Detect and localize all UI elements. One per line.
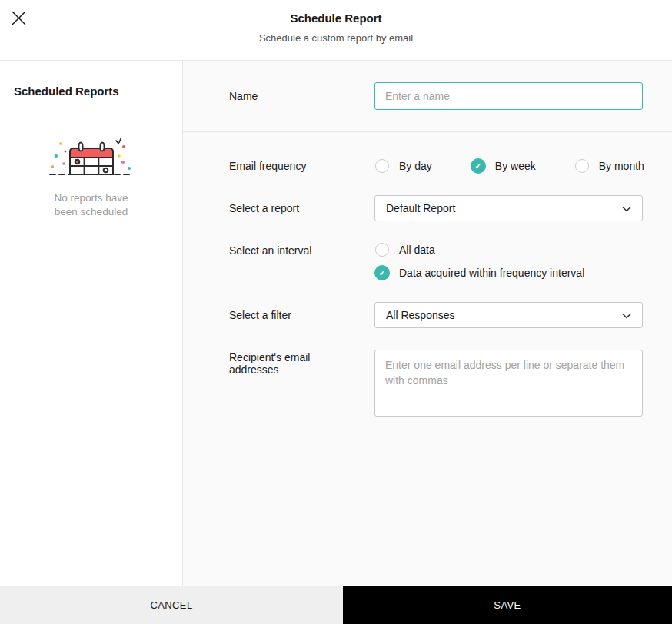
radio-unchecked-icon bbox=[375, 243, 389, 257]
report-row: Select a report Default Report bbox=[229, 195, 672, 221]
radio-by-day[interactable]: By day bbox=[374, 159, 432, 173]
email-frequency-label: Email frequency bbox=[229, 160, 374, 172]
form-section: Email frequency By day ✓ By week By mo bbox=[183, 132, 672, 417]
dialog-footer: CANCEL SAVE bbox=[0, 586, 672, 624]
page-subtitle: Schedule a custom report by email bbox=[0, 32, 672, 44]
radio-checked-icon: ✓ bbox=[471, 158, 486, 174]
form-panel: Name Email frequency By day ✓ By week bbox=[183, 61, 672, 586]
chevron-down-icon bbox=[622, 202, 631, 214]
radio-label: By week bbox=[495, 160, 536, 172]
filter-select[interactable]: All Responses bbox=[374, 302, 643, 328]
email-frequency-row: Email frequency By day ✓ By week By mo bbox=[229, 158, 672, 174]
recipients-textarea[interactable] bbox=[374, 350, 643, 417]
email-frequency-radio-group: By day ✓ By week By month bbox=[374, 158, 644, 174]
schedule-report-dialog: Schedule Report Schedule a custom report… bbox=[0, 0, 672, 624]
radio-all-data[interactable]: All data bbox=[374, 243, 584, 257]
interval-row: Select an interval All data ✓ Data acqui… bbox=[229, 243, 672, 280]
filter-row: Select a filter All Responses bbox=[229, 302, 672, 328]
dialog-body: Scheduled Reports bbox=[0, 61, 672, 586]
scheduled-reports-sidebar: Scheduled Reports bbox=[0, 61, 183, 586]
radio-by-month[interactable]: By month bbox=[574, 159, 644, 173]
radio-unchecked-icon bbox=[575, 159, 589, 173]
filter-label: Select a filter bbox=[229, 309, 374, 321]
name-input[interactable] bbox=[374, 82, 643, 110]
chevron-down-icon bbox=[622, 309, 631, 321]
save-button[interactable]: SAVE bbox=[343, 586, 672, 624]
close-icon bbox=[11, 17, 27, 28]
close-button[interactable] bbox=[8, 8, 28, 28]
report-select-value: Default Report bbox=[386, 202, 455, 214]
name-row: Name bbox=[183, 61, 672, 132]
sidebar-title: Scheduled Reports bbox=[0, 85, 182, 98]
report-select[interactable]: Default Report bbox=[374, 195, 643, 221]
recipients-label: Recipient's email addresses bbox=[229, 350, 374, 376]
dialog-header: Schedule Report Schedule a custom report… bbox=[0, 0, 672, 61]
radio-unchecked-icon bbox=[375, 159, 389, 173]
radio-frequency-interval[interactable]: ✓ Data acquired within frequency interva… bbox=[374, 265, 584, 280]
page-title: Schedule Report bbox=[0, 12, 672, 25]
report-label: Select a report bbox=[229, 202, 374, 214]
radio-by-week[interactable]: ✓ By week bbox=[471, 158, 536, 174]
calendar-illustration-icon bbox=[48, 136, 135, 184]
recipients-row: Recipient's email addresses bbox=[229, 350, 672, 417]
radio-label: All data bbox=[399, 244, 435, 256]
radio-label: By day bbox=[399, 160, 432, 172]
interval-label: Select an interval bbox=[229, 243, 374, 257]
interval-radio-group: All data ✓ Data acquired within frequenc… bbox=[374, 243, 584, 280]
radio-label: By month bbox=[599, 160, 644, 172]
cancel-button[interactable]: CANCEL bbox=[0, 586, 343, 624]
radio-checked-icon: ✓ bbox=[374, 265, 390, 280]
filter-select-value: All Responses bbox=[386, 309, 455, 321]
name-label: Name bbox=[229, 90, 374, 102]
radio-label: Data acquired within frequency interval bbox=[399, 267, 584, 279]
empty-state-message: No reports have been scheduled bbox=[43, 191, 140, 219]
